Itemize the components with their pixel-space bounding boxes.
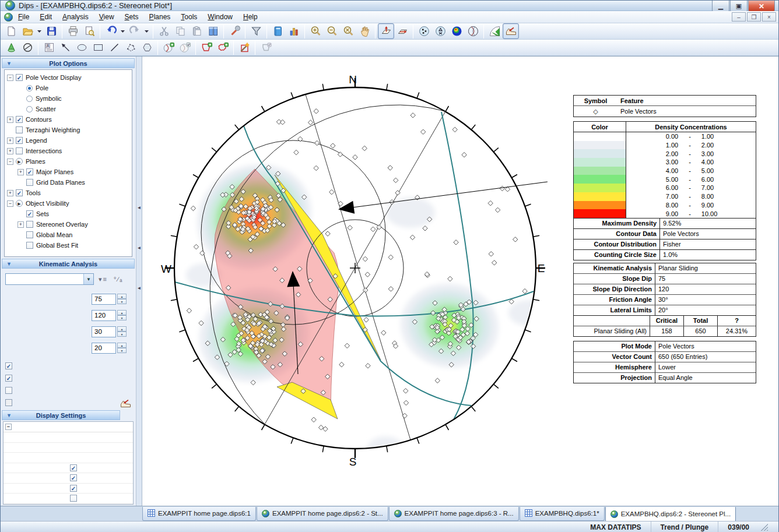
tree-expand-icon[interactable]: + (7, 117, 13, 123)
kinematic-mode-select[interactable]: ▼ (5, 273, 94, 285)
checkbox[interactable] (16, 126, 23, 133)
checkbox[interactable]: ✓ (70, 474, 77, 481)
add-plane-button[interactable] (160, 40, 177, 55)
maximize-button[interactable]: ▣ (730, 1, 748, 12)
lateral-limit-input[interactable] (92, 343, 116, 354)
add-plane-check-button[interactable] (177, 40, 193, 55)
checkbox[interactable]: ✓ (5, 375, 12, 382)
new-file-button[interactable] (3, 23, 19, 39)
tree-item-legend[interactable]: +✓Legend (7, 135, 132, 146)
resize-grip[interactable] (761, 524, 768, 531)
polygon-tool-button[interactable] (139, 40, 155, 55)
tree-item-symbolic[interactable]: Symbolic (7, 93, 132, 104)
setting-row-center-cross[interactable]: ✓ (3, 484, 133, 494)
checkbox[interactable] (16, 147, 23, 154)
tree-item-sets[interactable]: ✓Sets (7, 209, 132, 219)
checkbox[interactable]: ✓ (26, 168, 33, 175)
tree-expand-icon[interactable]: − (7, 158, 13, 165)
tree-expand-icon[interactable]: + (7, 148, 13, 154)
checkbox[interactable]: ✓ (16, 189, 23, 196)
zoom-extents-button[interactable] (340, 23, 356, 39)
zoom-in-button[interactable] (307, 23, 324, 39)
plot-options-header[interactable]: ▼ Plot Options (2, 58, 135, 68)
document-tab-3[interactable]: EXAMPPIT home page.dips6:3 - R... (389, 507, 519, 521)
checkbox[interactable]: ✓ (70, 485, 77, 492)
setting-row-projection[interactable] (3, 432, 133, 443)
checkbox[interactable] (5, 387, 12, 394)
radio-button[interactable] (26, 96, 33, 102)
slope-dip-input[interactable] (92, 294, 116, 305)
open-file-button[interactable] (19, 23, 36, 39)
mdi-minimize-button[interactable]: – (732, 12, 746, 22)
kinematic-check-show-all-intersections[interactable] (5, 396, 131, 408)
print-preview-button[interactable] (81, 23, 97, 39)
checkbox[interactable] (5, 399, 12, 406)
kinematic-options-icons[interactable]: ▾≡ °∕ₐ (99, 276, 123, 283)
checkbox[interactable] (70, 495, 77, 502)
notebook-button[interactable] (269, 23, 286, 39)
stereonet-options-group[interactable]: − (3, 422, 133, 432)
copy-button[interactable] (172, 23, 188, 39)
checkbox[interactable] (26, 231, 33, 238)
mdi-close-button[interactable]: × (762, 12, 776, 22)
checkbox[interactable]: ✓ (16, 116, 23, 123)
setting-row-perimeter-circle[interactable]: ✓ (3, 473, 133, 484)
options-arrow-icon[interactable]: ▶ (16, 200, 23, 207)
plane-plot-button[interactable] (394, 23, 410, 39)
tree-item-major-planes[interactable]: +✓Major Planes (7, 167, 132, 177)
print-button[interactable] (65, 23, 81, 39)
pan-button[interactable] (356, 23, 373, 39)
chart-button[interactable] (286, 23, 302, 39)
main-dropdown-icon[interactable] (36, 23, 43, 39)
tree-item-global-best-fit[interactable]: Global Best Fit (7, 240, 132, 251)
checkbox[interactable]: ✓ (70, 464, 77, 471)
ellipse-tool-button[interactable] (73, 40, 90, 55)
kinematic-check-show-construction-lines[interactable]: ✓ (5, 360, 131, 372)
tree-expand-icon[interactable]: + (7, 190, 13, 196)
spinner-up-icon[interactable]: ▲ (117, 294, 127, 299)
setting-row-exterior-ticks[interactable]: ✓ (3, 463, 133, 474)
tree-item-pole[interactable]: Pole (7, 83, 132, 93)
paste-button[interactable] (188, 23, 205, 39)
tree-expand-icon[interactable]: − (7, 75, 13, 81)
setting-row-labels[interactable] (3, 453, 133, 463)
stereonet-plot[interactable]: N E S W (142, 57, 574, 485)
menu-view[interactable]: View (94, 11, 120, 23)
tree-item-global-mean[interactable]: Global Mean (7, 230, 132, 240)
add-set-window-button[interactable] (198, 40, 215, 55)
spinner-down-icon[interactable]: ▼ (117, 332, 127, 337)
radio-button[interactable] (26, 106, 33, 112)
rect-tool-button[interactable] (90, 40, 106, 55)
text-tool-button[interactable]: A (41, 40, 57, 55)
spinner-up-icon[interactable]: ▲ (117, 326, 127, 332)
slope-dip-direction-input[interactable] (92, 310, 116, 321)
zoom-out-button[interactable] (324, 23, 340, 39)
redo-button[interactable] (127, 23, 143, 39)
filter-button[interactable] (248, 23, 264, 39)
mdi-restore-button[interactable]: ❐ (747, 12, 761, 22)
minimize-button[interactable]: ▁ (712, 1, 729, 12)
tree-item-contours[interactable]: +✓Contours (7, 114, 132, 125)
menu-edit[interactable]: Edit (34, 11, 57, 23)
main-dropdown-icon[interactable] (119, 23, 127, 39)
undo-button[interactable] (103, 23, 119, 39)
main-dropdown-icon[interactable] (143, 23, 150, 39)
empty-circle-button[interactable] (19, 40, 36, 55)
stereonet-sphere-button[interactable] (465, 23, 481, 39)
spinner-up-icon[interactable]: ▲ (117, 343, 127, 348)
setting-row-hemisphere[interactable] (3, 443, 133, 453)
menu-tools[interactable]: Tools (176, 11, 202, 23)
spinner-down-icon[interactable]: ▼ (117, 315, 127, 320)
checkbox[interactable] (26, 179, 33, 186)
tree-item-intersections[interactable]: +Intersections (7, 146, 132, 156)
kinematic-check-show-highlight[interactable]: ✓ (5, 372, 131, 384)
tree-item-grid-data-planes[interactable]: Grid Data Planes (7, 177, 132, 188)
edit-set-disabled-button[interactable] (258, 40, 274, 55)
tree-item-terzaghi-weighting[interactable]: Terzaghi Weighting (7, 125, 132, 135)
arrow-tool-button[interactable] (57, 40, 73, 55)
set-wizard-button[interactable] (236, 40, 252, 55)
chevron-down-icon[interactable]: ▼ (83, 274, 93, 284)
checkbox[interactable]: ✓ (26, 210, 33, 217)
tree-expand-icon[interactable]: − (7, 200, 13, 207)
menu-help[interactable]: Help (238, 11, 263, 23)
